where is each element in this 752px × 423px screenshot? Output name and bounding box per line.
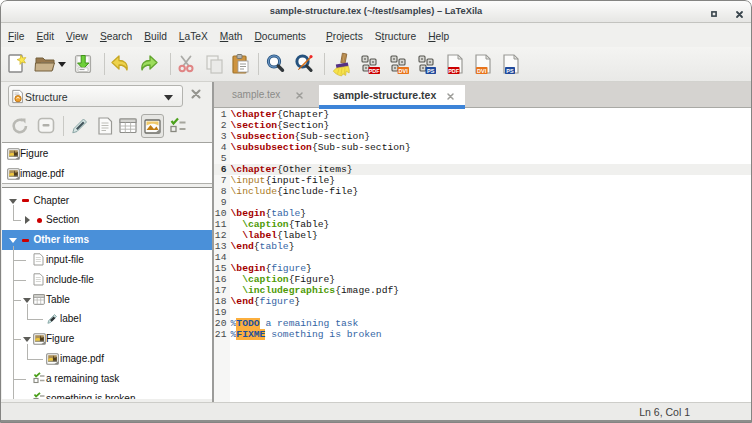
svg-text:DVI: DVI bbox=[477, 68, 487, 74]
svg-text:DVI: DVI bbox=[399, 68, 409, 74]
svg-text:PS: PS bbox=[427, 68, 435, 74]
svg-text:PDF: PDF bbox=[448, 68, 460, 74]
svg-text:PS: PS bbox=[506, 68, 514, 74]
svg-text:PDF: PDF bbox=[369, 68, 381, 74]
